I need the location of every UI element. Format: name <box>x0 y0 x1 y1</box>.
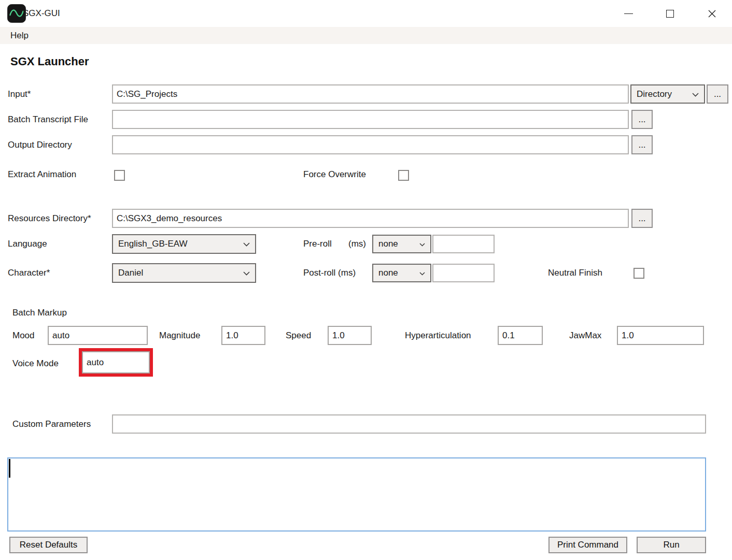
pre-roll-label: Pre-roll <box>303 234 332 254</box>
output-directory-browse-button[interactable]: ... <box>631 135 653 154</box>
chevron-down-icon <box>419 268 425 278</box>
window-title: SGX-GUI <box>23 0 60 27</box>
batch-transcript-field[interactable] <box>112 110 629 129</box>
mood-field[interactable] <box>48 326 148 345</box>
reset-defaults-button[interactable]: Reset Defaults <box>9 537 88 553</box>
post-roll-label: Post-roll (ms) <box>303 263 356 283</box>
mood-label: Mood <box>12 326 35 345</box>
pre-roll-unit: (ms) <box>348 234 366 254</box>
chevron-down-icon <box>243 268 250 278</box>
minimize-button[interactable] <box>616 0 640 27</box>
close-icon <box>708 9 716 18</box>
force-overwrite-checkbox[interactable] <box>398 170 409 181</box>
magnitude-field[interactable] <box>221 326 265 345</box>
batch-markup-title: Batch Markup <box>12 308 67 318</box>
language-label: Language <box>8 234 47 254</box>
neutral-finish-checkbox[interactable] <box>634 268 644 279</box>
input-field[interactable] <box>112 84 629 104</box>
pre-roll-mode-value: none <box>378 239 398 249</box>
close-button[interactable] <box>700 0 724 27</box>
chevron-down-icon <box>692 89 699 99</box>
menu-item-help[interactable]: Help <box>7 27 32 44</box>
page-title: SGX Launcher <box>10 55 89 68</box>
print-command-button[interactable]: Print Command <box>548 537 627 553</box>
custom-parameters-label: Custom Parameters <box>12 414 91 434</box>
post-roll-mode-value: none <box>378 268 398 278</box>
output-console[interactable] <box>7 457 706 532</box>
language-select[interactable]: English_GB-EAW <box>112 234 256 254</box>
extract-animation-label: Extract Animation <box>8 169 76 180</box>
chevron-down-icon <box>243 239 250 249</box>
voice-mode-label: Voice Mode <box>12 354 59 373</box>
voice-mode-highlight-box <box>79 348 153 377</box>
hyperarticulation-label: Hyperarticulation <box>405 326 471 345</box>
output-directory-field[interactable] <box>112 135 629 154</box>
custom-parameters-field[interactable] <box>112 414 706 434</box>
hyperarticulation-field[interactable] <box>498 326 543 345</box>
pre-roll-value-field[interactable] <box>432 235 495 253</box>
title-bar: SGX-GUI <box>0 0 732 27</box>
output-directory-label: Output Directory <box>8 135 72 154</box>
input-label: Input* <box>8 84 31 104</box>
character-value: Daniel <box>118 268 143 278</box>
character-label: Character* <box>8 263 50 283</box>
neutral-finish-label: Neutral Finish <box>548 263 602 283</box>
speed-label: Speed <box>286 326 311 345</box>
post-roll-value-field[interactable] <box>432 264 495 282</box>
voice-mode-field[interactable] <box>82 351 150 374</box>
batch-transcript-label: Batch Transcript File <box>8 110 88 129</box>
input-browse-button[interactable]: ... <box>707 84 728 104</box>
input-mode-select[interactable]: Directory <box>630 84 705 104</box>
chevron-down-icon <box>419 239 425 249</box>
resources-directory-field[interactable] <box>112 209 629 228</box>
force-overwrite-label: Force Overwrite <box>303 169 366 180</box>
run-button[interactable]: Run <box>637 537 706 553</box>
post-roll-mode-select[interactable]: none <box>372 264 431 282</box>
maximize-button[interactable] <box>658 0 682 27</box>
language-value: English_GB-EAW <box>118 239 188 249</box>
pre-roll-mode-select[interactable]: none <box>372 235 431 253</box>
speed-field[interactable] <box>328 326 372 345</box>
extract-animation-checkbox[interactable] <box>114 170 125 181</box>
text-caret <box>9 459 10 478</box>
input-mode-value: Directory <box>637 89 672 99</box>
jawmax-label: JawMax <box>569 326 601 345</box>
resources-directory-label: Resources Directory* <box>8 209 91 228</box>
character-select[interactable]: Daniel <box>112 263 256 283</box>
menu-bar: Help <box>0 27 732 44</box>
minimize-icon <box>624 13 633 14</box>
resources-directory-browse-button[interactable]: ... <box>631 209 653 228</box>
maximize-icon <box>666 10 674 18</box>
jawmax-field[interactable] <box>617 326 704 345</box>
batch-transcript-browse-button[interactable]: ... <box>631 110 653 129</box>
magnitude-label: Magnitude <box>159 326 200 345</box>
